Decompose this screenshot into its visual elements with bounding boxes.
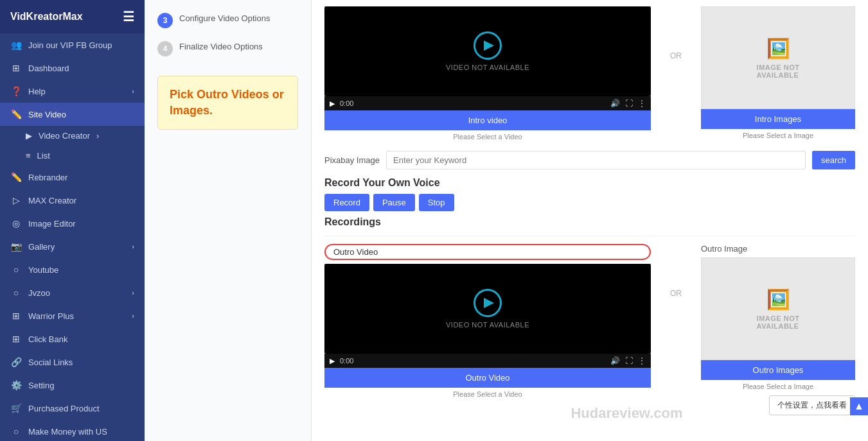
sidebar-item-vip-fb[interactable]: 👥 Join our VIP FB Group xyxy=(0,33,145,56)
intro-section-row: VIDEO NOT AVAILABLE ▶ 0:00 🔊 ⛶ ⋮ Intro v… xyxy=(324,6,855,141)
sidebar-label-max-creator: MAX Creator xyxy=(28,196,76,205)
sidebar-item-dashboard[interactable]: ⊞ Dashboard xyxy=(0,56,145,80)
outro-image-na-text: IMAGE NOTAVAILABLE xyxy=(757,315,800,330)
sidebar: VidKreatorMax ☰ 👥 Join our VIP FB Group … xyxy=(0,0,145,441)
intro-video-button[interactable]: Intro video xyxy=(324,110,651,130)
outro-vc-dots-icon[interactable]: ⋮ xyxy=(638,356,646,365)
sidebar-header: VidKreatorMax ☰ xyxy=(0,0,145,33)
sidebar-item-rebrander[interactable]: ✏️ Rebrander xyxy=(0,166,145,189)
outro-section: Outro Video VIDEO NOT AVAILABLE ▶ 0:00 🔊… xyxy=(324,244,855,398)
outro-vc-vol-icon[interactable]: 🔊 xyxy=(610,356,620,365)
sidebar-item-social-links[interactable]: 🔗 Social Links xyxy=(0,350,145,374)
cn-tooltip[interactable]: 个性设置，点我看看 xyxy=(769,395,855,415)
record-button[interactable]: Record xyxy=(324,194,369,211)
sidebar-item-max-creator[interactable]: ▷ MAX Creator xyxy=(0,189,145,212)
steps-panel: 3 Configure Video Options 4 Finalize Vid… xyxy=(145,0,312,441)
intro-video-controls: ▶ 0:00 🔊 ⛶ ⋮ xyxy=(324,96,651,110)
vip-icon: 👥 xyxy=(10,40,22,50)
outro-section-row: Outro Video VIDEO NOT AVAILABLE ▶ 0:00 🔊… xyxy=(324,244,855,398)
sidebar-label-click-bank: Click Bank xyxy=(28,334,67,344)
section-divider xyxy=(324,236,855,236)
intro-play-icon xyxy=(474,31,502,60)
sidebar-label-purchased-product: Purchased Product xyxy=(28,404,100,413)
outro-image-button[interactable]: Outro Images xyxy=(701,360,855,380)
sidebar-item-youtube[interactable]: ○ Youtube xyxy=(0,258,145,281)
outro-image-section: Outro Image 🖼️ IMAGE NOTAVAILABLE Outro … xyxy=(701,244,855,398)
outro-image-icon: 🖼️ xyxy=(766,288,790,311)
sidebar-item-video-creator[interactable]: ▶ Video Creator › xyxy=(0,126,145,146)
sidebar-item-jvzoo[interactable]: ○ Jvzoo › xyxy=(0,281,145,304)
sidebar-label-dashboard: Dashboard xyxy=(28,64,69,73)
tooltip-box: Pick Outro Videos or Images. xyxy=(157,76,298,130)
scroll-up-button[interactable]: ▲ xyxy=(850,397,868,415)
gallery-arrow-icon: › xyxy=(132,243,134,250)
video-creator-arrow-icon: › xyxy=(96,131,99,141)
sidebar-item-click-bank[interactable]: ⊞ Click Bank xyxy=(0,327,145,350)
step-4[interactable]: 4 Finalize Video Options xyxy=(157,41,298,56)
list-icon: ≡ xyxy=(26,151,31,160)
outro-video-not-available: VIDEO NOT AVAILABLE xyxy=(446,321,529,329)
warrior-plus-icon: ⊞ xyxy=(10,311,22,321)
sidebar-item-warrior-plus[interactable]: ⊞ Warrior Plus › xyxy=(0,304,145,327)
pixabay-input[interactable] xyxy=(386,151,806,169)
sidebar-label-setting: Setting xyxy=(28,381,54,390)
sidebar-item-gallery[interactable]: 📷 Gallery › xyxy=(0,235,145,258)
video-creator-icon: ▶ xyxy=(26,131,32,141)
help-arrow-icon: › xyxy=(132,87,134,95)
sidebar-label-help: Help xyxy=(28,87,46,96)
outro-image-label: Outro Image xyxy=(701,244,855,254)
voice-title: Record Your Own Voice xyxy=(324,177,855,189)
sidebar-label-vip-fb: Join our VIP FB Group xyxy=(28,40,112,50)
outro-vc-play-icon[interactable]: ▶ xyxy=(330,357,335,365)
sidebar-item-setting[interactable]: ⚙️ Setting xyxy=(0,374,145,397)
intro-vc-play-icon[interactable]: ▶ xyxy=(330,99,335,108)
stop-button[interactable]: Stop xyxy=(419,194,454,211)
intro-vc-expand-icon[interactable]: ⛶ xyxy=(625,99,633,108)
pixabay-row: Pixabay Image search xyxy=(324,151,855,169)
pause-button[interactable]: Pause xyxy=(373,194,415,211)
sidebar-item-image-editor[interactable]: ◎ Image Editor xyxy=(0,212,145,235)
step-4-label: Finalize Video Options xyxy=(179,41,263,53)
pixabay-search-button[interactable]: search xyxy=(812,151,855,169)
intro-vc-vol-icon[interactable]: 🔊 xyxy=(610,99,620,108)
jvzoo-icon: ○ xyxy=(10,288,22,298)
sidebar-label-image-editor: Image Editor xyxy=(28,219,76,229)
intro-image-button[interactable]: Intro Images xyxy=(701,109,855,129)
intro-image-na-text: IMAGE NOTAVAILABLE xyxy=(757,64,800,79)
dashboard-icon: ⊞ xyxy=(10,63,22,73)
click-bank-icon: ⊞ xyxy=(10,334,22,344)
outro-vc-time: 0:00 xyxy=(340,357,605,365)
sidebar-item-list[interactable]: ≡ List xyxy=(0,146,145,166)
intro-vc-dots-icon[interactable]: ⋮ xyxy=(638,99,646,108)
intro-video-hint: Please Select a Video xyxy=(324,133,651,141)
image-editor-icon: ◎ xyxy=(10,218,22,229)
sidebar-item-help[interactable]: ❓ Help › xyxy=(0,80,145,103)
sidebar-item-make-money[interactable]: ○ Make Money with US xyxy=(0,420,145,441)
gallery-icon: 📷 xyxy=(10,241,22,252)
sidebar-label-gallery: Gallery xyxy=(28,242,55,252)
outro-vc-expand-icon[interactable]: ⛶ xyxy=(625,356,633,365)
outro-video-section: Outro Video VIDEO NOT AVAILABLE ▶ 0:00 🔊… xyxy=(324,244,651,398)
outro-video-badge[interactable]: Outro Video xyxy=(324,244,651,260)
video-panel: VIDEO NOT AVAILABLE ▶ 0:00 🔊 ⛶ ⋮ Intro v… xyxy=(312,0,868,441)
sidebar-label-youtube: Youtube xyxy=(28,265,58,275)
step-4-num: 4 xyxy=(157,41,173,56)
intro-video-section: VIDEO NOT AVAILABLE ▶ 0:00 🔊 ⛶ ⋮ Intro v… xyxy=(324,6,651,141)
main-content: 3 Configure Video Options 4 Finalize Vid… xyxy=(145,0,868,441)
purchased-icon: 🛒 xyxy=(10,403,22,413)
step-3[interactable]: 3 Configure Video Options xyxy=(157,13,298,28)
sidebar-label-warrior-plus: Warrior Plus xyxy=(28,311,74,321)
intro-video-preview: VIDEO NOT AVAILABLE xyxy=(324,6,651,96)
sidebar-item-purchased-product[interactable]: 🛒 Purchased Product xyxy=(0,397,145,420)
sidebar-label-jvzoo: Jvzoo xyxy=(28,288,50,298)
help-icon: ❓ xyxy=(10,86,22,96)
content-area: 3 Configure Video Options 4 Finalize Vid… xyxy=(145,0,868,441)
outro-image-hint: Please Select a Image xyxy=(701,383,855,390)
outro-video-button[interactable]: Outro Video xyxy=(324,368,651,388)
hamburger-icon[interactable]: ☰ xyxy=(123,9,134,24)
sidebar-item-site-video[interactable]: ✏️ Site Video xyxy=(0,103,145,126)
voice-section: Record Your Own Voice Record Pause Stop … xyxy=(324,177,855,228)
step-3-label: Configure Video Options xyxy=(179,13,270,24)
brand-logo: VidKreatorMax xyxy=(10,11,83,22)
sidebar-label-list: List xyxy=(37,151,50,160)
